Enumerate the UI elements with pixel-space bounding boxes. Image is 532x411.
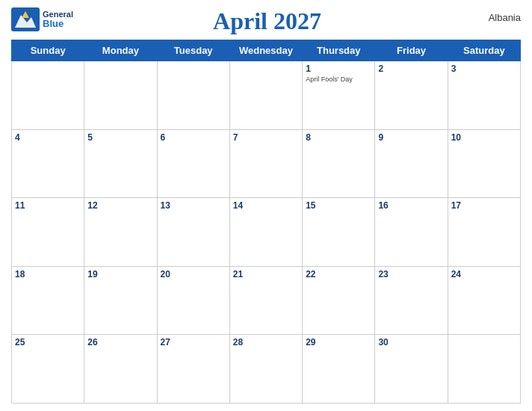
day-number: 25 (15, 337, 81, 347)
calendar-cell: 7 (229, 129, 302, 198)
logo-icon (11, 7, 40, 31)
calendar-cell: 19 (84, 266, 157, 335)
calendar-cell: 6 (157, 129, 229, 198)
day-number: 1 (306, 64, 371, 74)
day-number: 22 (306, 269, 371, 279)
day-number: 5 (87, 132, 153, 143)
calendar-cell: 12 (84, 198, 157, 267)
calendar-cell: 17 (448, 198, 520, 267)
header-sunday: Sunday (12, 40, 84, 61)
calendar-cell: 28 (229, 335, 302, 404)
day-number: 9 (378, 132, 444, 143)
calendar-cell: 5 (84, 129, 157, 198)
calendar-cell: 22 (303, 266, 375, 335)
calendar-cell: 24 (448, 266, 520, 335)
day-number: 4 (15, 132, 81, 143)
day-number: 18 (15, 269, 81, 279)
day-number: 21 (233, 269, 299, 279)
calendar-cell (84, 61, 157, 130)
calendar-cell: 30 (375, 335, 448, 404)
calendar-cell: 23 (375, 266, 448, 335)
day-number: 6 (161, 132, 226, 143)
calendar-cell: 25 (12, 335, 84, 404)
day-number: 11 (15, 200, 81, 211)
page-header: General Blue April 2027 Albania (11, 7, 521, 35)
calendar-week-row-4: 18192021222324 (12, 266, 521, 335)
calendar-cell (157, 61, 229, 130)
calendar-cell (229, 61, 302, 130)
calendar-body: 1April Fools' Day23456789101112131415161… (12, 61, 521, 404)
day-number: 26 (87, 337, 153, 347)
calendar-week-row-1: 1April Fools' Day23 (12, 61, 521, 130)
day-number: 2 (378, 64, 444, 74)
logo-blue-text: Blue (43, 19, 73, 29)
day-number: 14 (233, 200, 299, 211)
header-friday: Friday (375, 40, 448, 61)
calendar-cell: 18 (12, 266, 84, 335)
calendar-cell: 20 (157, 266, 229, 335)
calendar-cell: 1April Fools' Day (303, 61, 375, 130)
calendar-cell: 9 (375, 129, 448, 198)
calendar-week-row-3: 11121314151617 (12, 198, 521, 267)
day-number: 24 (451, 269, 517, 279)
calendar-cell: 15 (303, 198, 375, 267)
calendar-cell: 26 (84, 335, 157, 404)
header-thursday: Thursday (303, 40, 375, 61)
day-number: 30 (378, 337, 444, 347)
day-number: 16 (378, 200, 444, 211)
calendar-week-row-5: 252627282930 (12, 335, 521, 404)
day-number: 13 (161, 200, 226, 211)
day-number: 7 (233, 132, 299, 143)
day-number: 28 (233, 337, 299, 347)
day-number: 17 (451, 200, 517, 211)
calendar-cell: 4 (12, 129, 84, 198)
day-number: 23 (378, 269, 444, 279)
title-block: April 2027 (73, 7, 461, 35)
svg-rect-0 (11, 7, 40, 31)
day-number: 29 (306, 337, 371, 347)
day-number: 27 (161, 337, 226, 347)
calendar-cell: 3 (448, 61, 520, 130)
header-monday: Monday (84, 40, 157, 61)
logo: General Blue (11, 7, 73, 31)
header-wednesday: Wednesday (229, 40, 302, 61)
logo-label: General Blue (43, 10, 73, 29)
day-number: 10 (451, 132, 517, 143)
day-number: 3 (451, 64, 517, 74)
calendar-cell: 13 (157, 198, 229, 267)
header-tuesday: Tuesday (157, 40, 229, 61)
calendar-cell: 2 (375, 61, 448, 130)
day-number: 19 (87, 269, 153, 279)
calendar-cell: 21 (229, 266, 302, 335)
day-number: 15 (306, 200, 371, 211)
calendar-cell: 14 (229, 198, 302, 267)
day-number: 8 (306, 132, 371, 143)
calendar-cell: 10 (448, 129, 520, 198)
calendar-cell: 29 (303, 335, 375, 404)
calendar-cell: 16 (375, 198, 448, 267)
header-saturday: Saturday (448, 40, 520, 61)
day-number: 12 (87, 200, 153, 211)
holiday-label: April Fools' Day (306, 75, 371, 83)
calendar-title: April 2027 (213, 7, 321, 34)
calendar-table: Sunday Monday Tuesday Wednesday Thursday… (11, 40, 521, 404)
calendar-cell (448, 335, 520, 404)
calendar-cell: 8 (303, 129, 375, 198)
calendar-week-row-2: 45678910 (12, 129, 521, 198)
calendar-cell: 27 (157, 335, 229, 404)
weekday-header-row: Sunday Monday Tuesday Wednesday Thursday… (12, 40, 521, 61)
calendar-cell (12, 61, 84, 130)
day-number: 20 (161, 269, 226, 279)
calendar-page: General Blue April 2027 Albania Sunday M… (0, 0, 532, 411)
country-name: Albania (461, 7, 521, 23)
calendar-cell: 11 (12, 198, 84, 267)
